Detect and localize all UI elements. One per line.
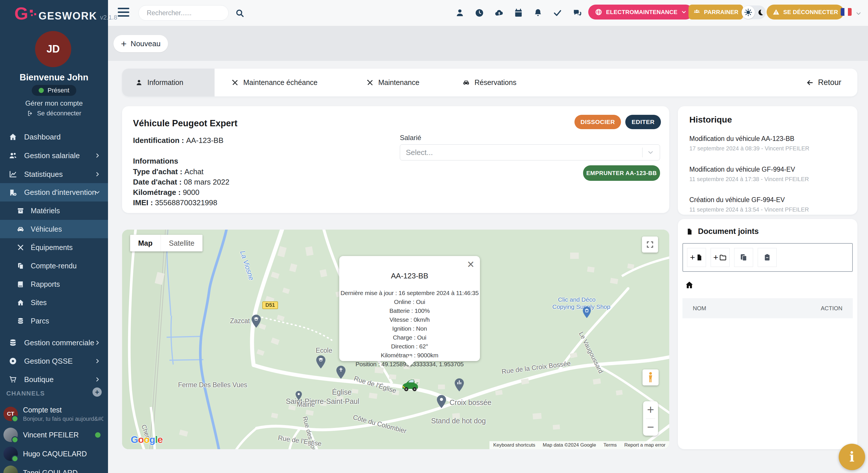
column-action: ACTION xyxy=(820,305,842,312)
sidebar-item-gestion-qsse[interactable]: Gestion QSSE xyxy=(0,352,108,370)
zoom-out-button[interactable]: − xyxy=(643,419,658,436)
tab-reservations[interactable]: Réservations xyxy=(462,69,517,96)
monument-pin-icon[interactable] xyxy=(455,378,464,392)
signout-link[interactable]: Se déconnecter xyxy=(0,110,108,117)
search-icon[interactable] xyxy=(235,8,245,18)
language-flag-icon[interactable] xyxy=(841,8,851,16)
chat-icon[interactable] xyxy=(572,8,583,18)
vehicle-marker[interactable] xyxy=(400,378,419,393)
school-pin-icon[interactable] xyxy=(316,355,326,369)
terms-link[interactable]: Terms xyxy=(600,442,620,448)
history-item-title: Modification du véhicule GF-994-EV xyxy=(689,166,849,173)
history-item[interactable]: Modification du véhicule GF-994-EV 11 se… xyxy=(689,166,849,182)
app-logo[interactable]: G GESWORK v2.1.8 xyxy=(14,5,117,22)
borrow-button[interactable]: EMPRUNTER AA-123-BB xyxy=(583,165,660,181)
pegman-control[interactable] xyxy=(643,369,659,385)
tab-maintenance-echeance[interactable]: Maintenance échéance xyxy=(231,69,318,96)
sidebar-item-rapports[interactable]: Rapports xyxy=(0,275,108,293)
popup-line: Vitesse : 0km/h xyxy=(339,315,480,324)
sidebar-item-statistiques[interactable]: Statistiques xyxy=(0,165,108,183)
info-fab-button[interactable]: i xyxy=(839,444,865,470)
keyboard-shortcuts-link[interactable]: Keyboard shortcuts xyxy=(490,442,539,448)
identification-row: Identification : AA-123-BB xyxy=(133,136,223,145)
school-pin-icon[interactable] xyxy=(252,314,261,328)
documents-root-button[interactable] xyxy=(685,280,694,290)
sidebar-item-equipements[interactable]: Équipements xyxy=(0,238,108,257)
sidebar-item-sites[interactable]: Sites xyxy=(0,293,108,312)
menu-toggle-button[interactable] xyxy=(118,8,129,16)
presence-badge[interactable]: Présent xyxy=(32,85,76,96)
sidebar-item-parcs[interactable]: Parcs xyxy=(0,312,108,330)
clock-icon[interactable] xyxy=(474,8,484,18)
theme-toggle[interactable] xyxy=(742,5,766,19)
sidebar-item-gestion-commerciale[interactable]: Gestion commerciale xyxy=(0,334,108,352)
dissociate-button[interactable]: DISSOCIER xyxy=(575,115,621,129)
history-item[interactable]: Création du véhicule GF-994-EV 11 septem… xyxy=(689,196,849,213)
map-attribution: Keyboard shortcuts Map data ©2024 Google… xyxy=(490,441,669,449)
manage-account-link[interactable]: Gérer mon compte xyxy=(0,99,108,107)
zoom-in-button[interactable]: + xyxy=(643,401,658,418)
sidebar-item-materiels[interactable]: Matériels xyxy=(0,201,108,220)
check-icon[interactable] xyxy=(553,8,562,18)
paste-document-button[interactable] xyxy=(758,248,777,267)
sidebar-item-compte-rendu[interactable]: Compte-rendu xyxy=(0,257,108,275)
channel-tangi-goulard[interactable]: Tangi GOULARD xyxy=(0,463,108,473)
cloud-upload-icon[interactable] xyxy=(494,8,504,18)
report-error-link[interactable]: Report a map error xyxy=(620,442,669,448)
button-label: EMPRUNTER AA-123-BB xyxy=(586,170,657,176)
sidebar-item-label: Compte-rendu xyxy=(31,262,77,270)
stack-icon xyxy=(17,317,24,325)
shop-pin-icon[interactable] xyxy=(583,307,591,318)
add-folder-button[interactable]: + xyxy=(711,248,730,267)
organization-button[interactable]: ELECTROMAINTENANCE xyxy=(588,5,693,20)
sponsor-button[interactable]: PARRAINER xyxy=(688,5,743,20)
poi-pin-icon[interactable] xyxy=(437,395,446,408)
channel-name: Hugo CAQUELARD xyxy=(23,450,87,458)
field-row: IMEI : 355688700321998 xyxy=(133,198,217,207)
map-type-map-button[interactable]: Map xyxy=(130,235,161,251)
new-button[interactable]: + Nouveau xyxy=(114,35,168,52)
tab-maintenance[interactable]: Maintenance xyxy=(366,69,420,96)
tab-information[interactable]: Information xyxy=(122,69,215,96)
edit-button[interactable]: EDITER xyxy=(625,115,661,129)
sidebar-item-boutique[interactable]: Boutique xyxy=(0,370,108,388)
user-avatar[interactable]: JD xyxy=(35,31,71,67)
book-icon xyxy=(17,280,24,288)
cart-icon xyxy=(9,375,17,384)
sidebar-item-gestion-intervention[interactable]: Gestion d'intervention xyxy=(0,183,108,201)
map[interactable]: La Viosne Rue des Sources Zazcat Ecole É… xyxy=(122,230,669,449)
sidebar-item-gestion-salariale[interactable]: Gestion salariale xyxy=(0,146,108,165)
sidebar-item-dashboard[interactable]: Dashboard xyxy=(0,128,108,146)
channel-vincent-pfeiler[interactable]: Vincent PFEILER xyxy=(0,425,108,444)
sidebar-item-label: Gestion d'intervention xyxy=(24,188,96,197)
add-file-button[interactable]: + xyxy=(687,248,706,267)
google-logo[interactable]: Google xyxy=(131,434,162,445)
fullscreen-button[interactable] xyxy=(642,236,658,252)
back-button[interactable]: Retour xyxy=(806,69,841,96)
salarie-select[interactable]: Select... xyxy=(400,144,660,161)
close-icon[interactable]: × xyxy=(467,258,474,270)
app-name: GESWORK xyxy=(38,10,97,22)
channel-hugo-caquelard[interactable]: Hugo CAQUELARD xyxy=(0,444,108,463)
search-input[interactable] xyxy=(138,5,229,21)
globe-icon xyxy=(595,8,602,16)
channel-compte-test[interactable]: CT Compte test Bonjour, tu fais quoi auj… xyxy=(0,403,108,425)
disc-icon xyxy=(9,357,17,365)
map-type-satellite-button[interactable]: Satellite xyxy=(161,235,203,251)
disconnect-button[interactable]: SE DÉCONNECTER xyxy=(767,5,844,20)
bell-icon[interactable] xyxy=(533,8,543,18)
copy-document-button[interactable] xyxy=(734,248,753,267)
box-icon xyxy=(17,207,24,215)
popup-line: Batterie : 100% xyxy=(339,306,480,315)
sidebar-item-vehicules[interactable]: Véhicules xyxy=(0,220,108,238)
building-icon xyxy=(9,188,17,197)
users-group-icon xyxy=(693,8,701,16)
user-icon[interactable] xyxy=(455,8,465,18)
add-channel-button[interactable]: + xyxy=(92,387,102,397)
poi-pin-icon[interactable] xyxy=(296,391,302,400)
chevron-down-icon[interactable] xyxy=(855,10,862,16)
calendar-icon[interactable] xyxy=(514,8,523,18)
field-value: AA-123-BB xyxy=(186,136,223,145)
history-item[interactable]: Modification du véhicule AA-123-BB 17 se… xyxy=(689,135,849,152)
chevron-down-icon xyxy=(681,9,687,15)
